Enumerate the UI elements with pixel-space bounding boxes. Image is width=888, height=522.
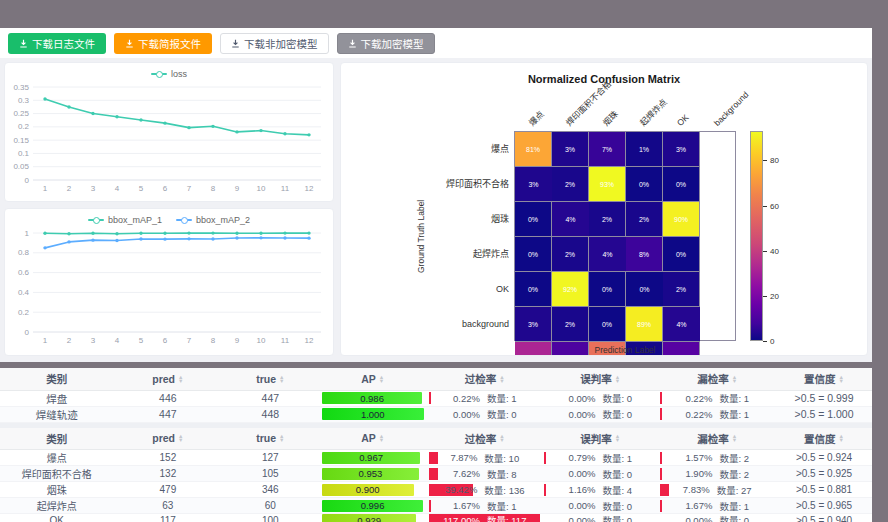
sort-caret-icon[interactable]: ▲▼ — [279, 434, 284, 442]
matrix-row-label: 爆点 — [426, 131, 514, 166]
matrix-row-label: 起焊炸点 — [426, 236, 514, 271]
true-cell: 60 — [222, 498, 318, 514]
rate-value: 1.90% — [685, 468, 712, 479]
matrix-row-label: 烟珠 — [426, 201, 514, 236]
matrix-cell: 3% — [552, 132, 589, 167]
header-label: 漏检率 — [697, 431, 729, 446]
rate-value: 7.62% — [453, 468, 480, 479]
column-header-置信度[interactable]: 置信度▲▼ — [804, 431, 844, 446]
colorbar-tick — [763, 296, 767, 297]
sort-caret-icon[interactable]: ▲▼ — [499, 375, 504, 383]
confusion-matrix-col-labels: 爆点焊印面积不合格烟珠起焊炸点OKbackground — [514, 85, 736, 131]
pred-cell: 446 — [113, 390, 222, 406]
overdetect-cell: 0.00%数量: 0 — [427, 406, 542, 422]
column-header-漏检率[interactable]: 漏检率▲▼ — [697, 431, 737, 446]
matrix-cell: 0% — [515, 202, 552, 237]
class-cell: 焊盘 — [0, 390, 113, 406]
column-header-漏检率[interactable]: 漏检率▲▼ — [697, 371, 737, 386]
column-header-置信度[interactable]: 置信度▲▼ — [804, 371, 844, 386]
legend-item-bbox_mAP_1[interactable]: bbox_mAP_1 — [88, 215, 162, 225]
class-cell: 焊缝轨迹 — [0, 406, 113, 422]
confidence-cell: >0.5 = 0.940 — [776, 514, 872, 522]
misjudge-cell: 0.79%数量: 1 — [542, 450, 658, 466]
sort-caret-icon[interactable]: ▲▼ — [379, 434, 384, 442]
sort-caret-icon[interactable]: ▲▼ — [732, 434, 737, 442]
column-header-AP[interactable]: AP▲▼ — [361, 373, 384, 385]
legend-label: loss — [171, 69, 187, 79]
rate-cell: 0.00%数量: 0 — [660, 514, 774, 522]
sort-caret-icon[interactable]: ▲▼ — [839, 375, 844, 383]
header-label: AP — [361, 432, 376, 444]
svg-text:9: 9 — [235, 184, 240, 193]
svg-text:1: 1 — [43, 184, 48, 193]
header-label: 过检率 — [465, 431, 497, 446]
sort-caret-icon[interactable]: ▲▼ — [732, 375, 737, 383]
svg-text:0.15: 0.15 — [13, 136, 29, 145]
rate-value: 39.42% — [445, 484, 477, 495]
download-encrypted-model-button[interactable]: 下载加密模型 — [337, 33, 435, 54]
column-header-AP[interactable]: AP▲▼ — [361, 432, 384, 444]
class-cell: 焊印面积不合格 — [0, 466, 113, 482]
matrix-cell: 3% — [663, 132, 700, 167]
rate-cell: 0.00%数量: 0 — [429, 408, 540, 420]
download-unencrypted-model-button[interactable]: 下载非加密模型 — [220, 33, 329, 54]
download-icon — [231, 39, 240, 48]
sort-caret-icon[interactable]: ▲▼ — [615, 375, 620, 383]
sort-caret-icon[interactable]: ▲▼ — [279, 375, 284, 383]
overdetect-cell: 117.00%数量: 117 — [427, 514, 542, 522]
legend-line-icon — [151, 70, 167, 78]
sort-caret-icon[interactable]: ▲▼ — [379, 375, 384, 383]
column-header-过检率[interactable]: 过检率▲▼ — [465, 371, 505, 386]
sort-caret-icon[interactable]: ▲▼ — [615, 434, 620, 442]
header-label: 类别 — [46, 431, 67, 446]
header-label: pred — [152, 373, 175, 385]
rate-count: 数量: 0 — [603, 513, 633, 522]
column-header-pred[interactable]: pred▲▼ — [152, 373, 183, 385]
rate-value: 0.22% — [685, 409, 712, 420]
rate-bar — [429, 500, 431, 512]
legend-item-loss[interactable]: loss — [151, 69, 187, 79]
table-row: 焊盘4464470.9860.22%数量: 10.00%数量: 00.22%数量… — [0, 390, 872, 406]
download-log-button[interactable]: 下载日志文件 — [8, 33, 106, 54]
svg-text:0.05: 0.05 — [13, 162, 29, 171]
header-label: 置信度 — [804, 431, 836, 446]
svg-text:4: 4 — [115, 336, 120, 345]
table-row: 烟珠4793460.90039.42%数量: 1361.16%数量: 47.83… — [0, 482, 872, 498]
column-header-true[interactable]: true▲▼ — [256, 432, 284, 444]
rate-count: 数量: 1 — [719, 407, 749, 421]
header-label: 误判率 — [580, 371, 612, 386]
sort-caret-icon[interactable]: ▲▼ — [178, 434, 183, 442]
column-header-过检率[interactable]: 过检率▲▼ — [465, 431, 505, 446]
column-header-误判率[interactable]: 误判率▲▼ — [580, 431, 620, 446]
rate-cell: 1.90%数量: 2 — [660, 468, 774, 480]
miss-cell: 0.22%数量: 1 — [658, 406, 776, 422]
pred-cell: 132 — [113, 466, 222, 482]
matrix-cell: 2% — [552, 237, 589, 272]
confidence-cell: >0.5 = 0.999 — [776, 390, 872, 406]
true-cell: 105 — [222, 466, 318, 482]
download-icon — [125, 39, 134, 48]
legend-item-bbox_mAP_2[interactable]: bbox_mAP_2 — [176, 215, 250, 225]
rate-value: 0.79% — [569, 452, 596, 463]
header-label: true — [256, 432, 276, 444]
svg-text:1: 1 — [43, 336, 48, 345]
misjudge-cell: 0.00%数量: 0 — [542, 390, 658, 406]
svg-text:11: 11 — [281, 184, 290, 193]
column-header-pred[interactable]: pred▲▼ — [152, 432, 183, 444]
column-header-true[interactable]: true▲▼ — [256, 373, 284, 385]
download-report-button[interactable]: 下载简报文件 — [114, 33, 212, 54]
rate-bar — [660, 484, 669, 496]
svg-text:2: 2 — [67, 336, 72, 345]
svg-text:6: 6 — [163, 336, 168, 345]
svg-text:0.3: 0.3 — [18, 96, 30, 105]
sort-caret-icon[interactable]: ▲▼ — [499, 434, 504, 442]
sort-caret-icon[interactable]: ▲▼ — [178, 375, 183, 383]
rate-count: 数量: 4 — [603, 483, 633, 497]
colorbar-tick-label: 60 — [770, 202, 779, 211]
sort-caret-icon[interactable]: ▲▼ — [839, 434, 844, 442]
matrix-cell: 0% — [515, 237, 552, 272]
column-header-误判率[interactable]: 误判率▲▼ — [580, 371, 620, 386]
confidence-cell: >0.5 = 0.924 — [776, 450, 872, 466]
ap-cell: 0.986 — [318, 390, 427, 406]
rate-cell: 0.00%数量: 0 — [544, 408, 656, 420]
